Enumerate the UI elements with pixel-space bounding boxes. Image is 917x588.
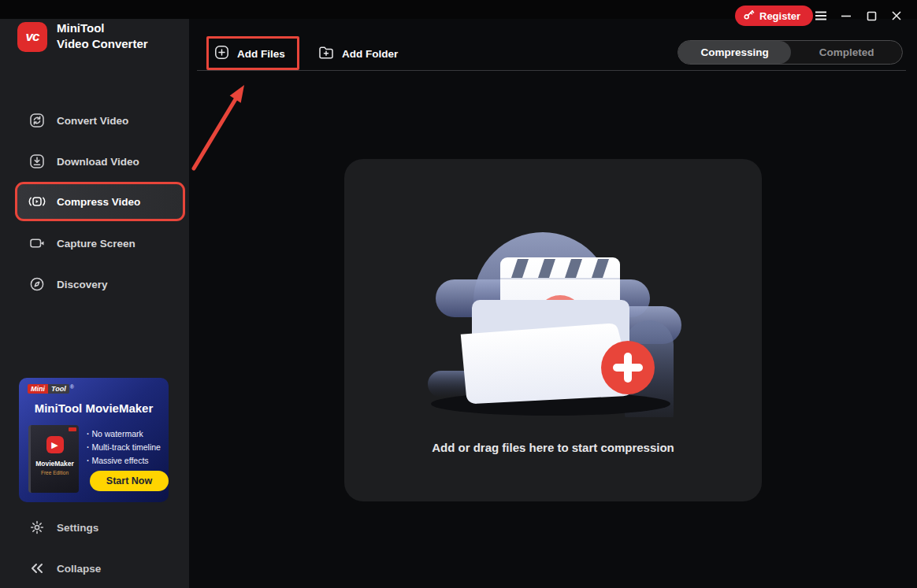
moviemaker-promo-card[interactable]: Mini Tool ® MiniTool MovieMaker ▶ MovieM…: [19, 378, 169, 502]
dropzone[interactable]: Add or drag files here to start compress…: [344, 159, 762, 501]
promo-bullet: Multi-track timeline: [87, 441, 161, 454]
box-edition: Free Edition: [41, 470, 69, 475]
hamburger-menu-icon[interactable]: [812, 8, 830, 24]
add-files-icon: [214, 45, 229, 62]
moviemaker-product-box: ▶ MovieMaker Free Edition: [28, 425, 79, 493]
app-title-line2: Video Converter: [57, 36, 148, 52]
promo-bullets: No watermark Multi-track timeline Massiv…: [87, 427, 161, 468]
add-folder-label: Add Folder: [342, 48, 398, 60]
promo-bullet: Massive effects: [87, 454, 161, 468]
promo-title: MiniTool MovieMaker: [19, 401, 169, 415]
add-files-illustration: [423, 224, 683, 417]
close-icon[interactable]: [888, 8, 905, 24]
app-title: MiniTool Video Converter: [57, 20, 148, 52]
tab-completed[interactable]: Completed: [791, 41, 902, 64]
sidebar-item-settings[interactable]: Settings: [17, 510, 183, 545]
sidebar-item-label: Capture Screen: [57, 238, 136, 250]
sidebar-item-label: Settings: [57, 522, 98, 534]
capture-screen-icon: [28, 235, 46, 251]
tab-compressing[interactable]: Compressing: [678, 41, 791, 64]
add-folder-button[interactable]: Add Folder: [318, 38, 398, 69]
maximize-icon[interactable]: [863, 8, 880, 24]
discovery-compass-icon: [28, 276, 46, 292]
app-window: Register vc MiniTool Video Converter Con…: [0, 0, 917, 588]
gear-icon: [28, 520, 46, 535]
register-button[interactable]: Register: [735, 6, 813, 26]
sidebar-item-download-video[interactable]: Download Video: [17, 144, 183, 179]
sidebar: vc MiniTool Video Converter Convert Vide…: [0, 19, 189, 588]
app-logo: vc: [17, 22, 47, 52]
add-files-label: Add Files: [237, 48, 285, 60]
sidebar-item-label: Discovery: [57, 279, 108, 290]
moviemaker-app-icon: ▶: [46, 436, 64, 453]
sidebar-item-capture-screen[interactable]: Capture Screen: [17, 226, 183, 261]
titlebar: Register: [0, 0, 917, 19]
toolbar-divider: [197, 70, 906, 71]
sidebar-item-label: Download Video: [57, 156, 139, 168]
start-now-button[interactable]: Start Now: [90, 471, 169, 491]
box-name: MovieMaker: [35, 460, 74, 468]
promo-bullet: No watermark: [87, 427, 161, 441]
sidebar-item-compress-video[interactable]: Compress Video: [17, 184, 183, 219]
add-folder-icon: [318, 46, 334, 62]
minimize-icon[interactable]: [837, 8, 855, 24]
brand-right: Tool: [48, 384, 69, 394]
compress-status-tabs: Compressing Completed: [678, 40, 903, 65]
double-chevron-left-icon: [28, 560, 46, 576]
arrow-annotation: [186, 79, 253, 175]
sidebar-item-label: Compress Video: [57, 196, 140, 208]
minitool-brand-badge: Mini Tool ®: [28, 384, 74, 394]
register-label: Register: [759, 10, 800, 22]
dropzone-hint: Add or drag files here to start compress…: [344, 441, 762, 454]
sidebar-item-discovery[interactable]: Discovery: [17, 267, 183, 301]
download-video-icon: [28, 153, 46, 169]
brand-left: Mini: [28, 384, 48, 394]
sidebar-item-label: Convert Video: [57, 115, 128, 127]
registered-mark: ®: [70, 384, 74, 394]
add-files-button[interactable]: Add Files: [214, 38, 285, 69]
sidebar-collapse-button[interactable]: Collapse: [17, 551, 183, 586]
convert-video-icon: [28, 113, 46, 128]
app-title-line1: MiniTool: [57, 20, 148, 36]
box-chip: [69, 427, 76, 431]
key-icon: [743, 9, 755, 23]
sidebar-item-convert-video[interactable]: Convert Video: [17, 103, 183, 138]
app-logo-glyph: vc: [26, 29, 39, 45]
sidebar-item-label: Collapse: [57, 563, 101, 575]
compress-video-icon: [28, 194, 46, 209]
